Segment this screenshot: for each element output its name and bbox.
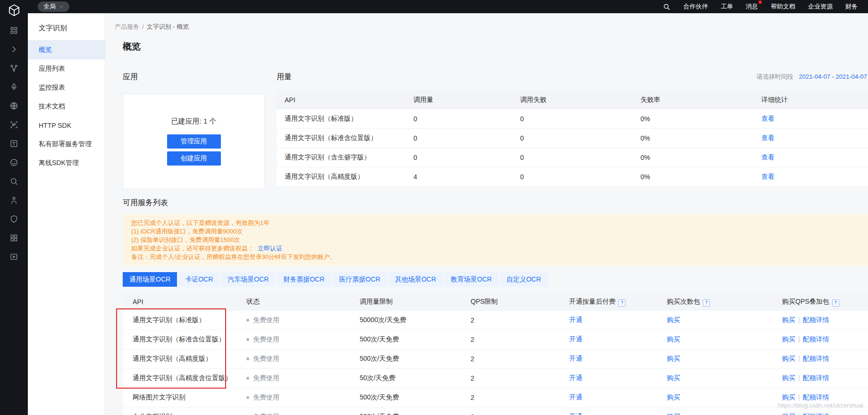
- apps-grid-icon[interactable]: [0, 21, 28, 40]
- collapse-chevron-icon[interactable]: [0, 40, 28, 58]
- manage-app-button[interactable]: 管理应用: [167, 134, 221, 149]
- help-icon[interactable]: ?: [618, 299, 625, 307]
- buy-package-link[interactable]: 购买: [667, 374, 680, 382]
- services-col-quota: 调用量限制: [360, 298, 471, 306]
- notice-cert-prefix: 如果完成企业认证，还可获得更多赠送权益：: [131, 245, 254, 252]
- buy-package-link[interactable]: 购买: [667, 316, 680, 324]
- sidebar-item[interactable]: 监控报表: [28, 78, 105, 97]
- sidebar-items: 概览应用列表监控报表技术文档HTTP SDK私有部署服务管理离线SDK管理: [28, 41, 105, 173]
- buy-package-link[interactable]: 购买: [667, 413, 680, 415]
- usage-col-stats: 详细统计: [761, 96, 868, 104]
- open-postpaid-link[interactable]: 开通: [569, 335, 582, 343]
- view-stats-link[interactable]: 查看: [761, 173, 775, 180]
- quota-detail-link[interactable]: 配额详情: [803, 413, 829, 415]
- baidu-cloud-logo-icon[interactable]: [0, 0, 28, 21]
- link-divider: |: [798, 393, 800, 401]
- help-icon[interactable]: ?: [832, 299, 839, 307]
- ocr-category-tab[interactable]: 其他场景OCR: [388, 272, 443, 287]
- open-postpaid-link[interactable]: 开通: [569, 316, 582, 324]
- service-status-label: 免费使用: [253, 316, 279, 324]
- sidebar-item[interactable]: 应用列表: [28, 59, 105, 78]
- notice-line: (1) iOCR通用版接口，免费调用量9000次: [131, 227, 860, 236]
- quota-detail-link[interactable]: 配额详情: [803, 355, 829, 362]
- usage-fail-rate-value: 0%: [640, 115, 761, 123]
- sidebar-title: 文字识别: [28, 13, 105, 41]
- help-icon[interactable]: ?: [703, 299, 710, 307]
- media-play-icon[interactable]: [0, 247, 28, 266]
- usage-table-row: 通用文字识别（标准含位置版） 0 0 0% 查看: [277, 129, 868, 148]
- open-postpaid-link[interactable]: 开通: [569, 413, 582, 415]
- topbar-nav-item[interactable]: 企业资源: [808, 2, 833, 11]
- buy-qps-package-link[interactable]: 购买: [782, 413, 795, 415]
- main-content: 产品服务/文字识别 - 概览 概览 应用 已建应用: 1 个 管理应用 创建应用…: [105, 13, 868, 415]
- date-range-value[interactable]: 2021-04-07 - 2021-04-07: [799, 73, 867, 80]
- certify-now-link[interactable]: 立即认证: [258, 245, 282, 252]
- usage-table-header: API 调用量 调用失败 失败率 详细统计: [277, 91, 868, 109]
- usage-fail-rate-value: 0%: [640, 134, 761, 142]
- search-icon[interactable]: [663, 3, 671, 11]
- sidebar-item[interactable]: 技术文档: [28, 97, 105, 116]
- quota-detail-link[interactable]: 配额详情: [803, 335, 829, 343]
- ocr-category-tab[interactable]: 医疗票据OCR: [333, 272, 387, 287]
- sidebar-item[interactable]: 离线SDK管理: [28, 154, 105, 173]
- usage-col-calls: 调用量: [413, 96, 520, 104]
- view-stats-link[interactable]: 查看: [761, 153, 775, 161]
- sidebar-item[interactable]: HTTP SDK: [28, 116, 105, 135]
- quota-detail-link[interactable]: 配额详情: [803, 316, 829, 324]
- service-qps: 2: [471, 374, 569, 382]
- text-recognition-icon[interactable]: [0, 134, 28, 153]
- ocr-category-tab[interactable]: 自定义OCR: [500, 272, 548, 287]
- workflow-icon[interactable]: [0, 58, 28, 77]
- buy-package-link[interactable]: 购买: [667, 335, 680, 343]
- view-stats-link[interactable]: 查看: [761, 115, 775, 122]
- ocr-category-tab[interactable]: 汽车场景OCR: [221, 272, 275, 287]
- scope-selector[interactable]: 全局: [38, 1, 69, 12]
- image-search-icon[interactable]: [0, 172, 28, 191]
- sidebar-item[interactable]: 私有部署服务管理: [28, 135, 105, 154]
- buy-qps-package-link[interactable]: 购买: [782, 374, 795, 382]
- topbar-nav-item[interactable]: 帮助文档: [771, 2, 795, 11]
- usage-fails-value: 0: [520, 134, 640, 142]
- ocr-scan-icon[interactable]: [0, 115, 28, 134]
- open-postpaid-link[interactable]: 开通: [569, 393, 582, 401]
- view-stats-link[interactable]: 查看: [761, 134, 775, 141]
- buy-package-link[interactable]: 购买: [667, 393, 680, 401]
- ocr-category-tab[interactable]: 卡证OCR: [178, 272, 219, 287]
- link-divider: |: [798, 335, 800, 343]
- ocr-category-tab[interactable]: 教育场景OCR: [444, 272, 498, 287]
- breadcrumb-root[interactable]: 产品服务: [115, 23, 139, 30]
- notification-badge: [758, 0, 762, 4]
- products-grid-icon[interactable]: [0, 228, 28, 247]
- service-status: 免费使用: [246, 413, 360, 415]
- link-divider: |: [798, 374, 800, 382]
- ocr-category-tab[interactable]: 财务票据OCR: [277, 272, 331, 287]
- service-quota: 500次/天免费: [360, 413, 471, 415]
- topbar-nav-item[interactable]: 财务: [845, 2, 858, 11]
- ocr-category-tab[interactable]: 通用场景OCR: [123, 272, 177, 287]
- service-qps: 2: [471, 394, 569, 401]
- sidebar-item[interactable]: 概览: [28, 41, 105, 59]
- topbar-nav-item[interactable]: 合作伙伴: [683, 2, 708, 11]
- built-apps-value: 1 个: [203, 117, 217, 125]
- topbar-nav-item-label: 企业资源: [808, 3, 833, 10]
- topbar-nav-item[interactable]: 工单: [721, 2, 733, 11]
- content-security-icon[interactable]: [0, 209, 28, 228]
- body-analysis-icon[interactable]: [0, 191, 28, 209]
- buy-qps-package-link[interactable]: 购买: [782, 393, 795, 401]
- create-app-button[interactable]: 创建应用: [167, 151, 221, 166]
- open-postpaid-link[interactable]: 开通: [569, 374, 582, 382]
- topbar-nav-item[interactable]: 消息: [746, 2, 758, 11]
- quota-detail-link[interactable]: 配额详情: [803, 393, 829, 401]
- buy-qps-package-link[interactable]: 购买: [782, 316, 795, 324]
- open-postpaid-link[interactable]: 开通: [569, 355, 582, 362]
- face-recognition-icon[interactable]: [0, 153, 28, 172]
- buy-qps-package-link[interactable]: 购买: [782, 355, 795, 362]
- buy-package-link[interactable]: 购买: [667, 355, 680, 362]
- buy-qps-package-link[interactable]: 购买: [782, 335, 795, 343]
- voice-icon[interactable]: [0, 77, 28, 96]
- status-dot-icon: [246, 396, 249, 399]
- quota-detail-link[interactable]: 配额详情: [803, 374, 829, 382]
- services-section: 可用服务列表 您已完成个人认证，以下是赠送资源，有效期为1年(1) iOCR通用…: [123, 198, 868, 415]
- globe-icon[interactable]: [0, 96, 28, 115]
- link-divider: |: [798, 413, 800, 415]
